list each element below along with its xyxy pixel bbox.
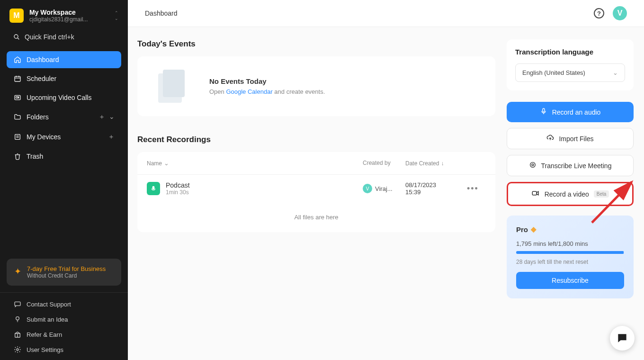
gift-icon	[13, 331, 22, 338]
svg-point-19	[530, 162, 535, 168]
sort-down-icon: ↓	[441, 160, 444, 167]
gear-icon	[13, 346, 22, 353]
sidebar-item-label: Scheduler	[27, 75, 56, 82]
page-title: Dashboard	[145, 9, 178, 17]
sidebar-item-label: Upcoming Video Calls	[27, 94, 91, 101]
beta-badge: Beta	[594, 190, 609, 198]
footer-contact[interactable]: Contact Support	[7, 297, 121, 312]
sidebar-item-upcoming[interactable]: Upcoming Video Calls	[7, 89, 121, 106]
svg-rect-2	[15, 76, 20, 81]
table-footer: All files are here	[137, 202, 495, 232]
main-area: Dashboard ? V Today's Events No Events T…	[128, 0, 644, 360]
footer-settings[interactable]: User Settings	[7, 342, 121, 357]
workspace-email: cjdigitals2831@gmail...	[29, 16, 109, 23]
sidebar-item-label: Folders	[27, 113, 94, 121]
trial-banner[interactable]: ✦ 7-day Free Trial for Business Without …	[7, 259, 121, 286]
footer-idea[interactable]: Submit an Idea	[7, 312, 121, 327]
table-row[interactable]: Podcast 1min 30s V Viraj... 08/17/2023 1…	[137, 175, 495, 202]
transcribe-live-button[interactable]: Transcribe Live Meeting	[507, 155, 634, 176]
sidebar-item-folders[interactable]: Folders ＋ ⌄	[7, 108, 121, 126]
topbar: Dashboard ? V	[128, 0, 644, 27]
svg-rect-11	[15, 302, 20, 306]
devices-icon	[13, 133, 22, 141]
table-header: Name ⌄ Created by Date Created ↓	[137, 152, 495, 175]
live-icon	[529, 161, 537, 170]
crown-icon: ◆	[531, 225, 537, 234]
svg-line-1	[18, 38, 19, 39]
quick-find-button[interactable]: Quick Find ctrl+k	[7, 29, 121, 45]
date-cell: 08/17/2023 15:39	[405, 181, 467, 196]
pro-usage: 1,795 mins left/1,800 mins	[516, 240, 624, 247]
file-duration: 1min 30s	[166, 189, 363, 196]
events-empty-title: No Events Today	[209, 77, 325, 85]
svg-point-15	[17, 349, 18, 351]
workspace-switch-icon[interactable]: ⌃⌄	[115, 10, 118, 21]
row-actions-icon[interactable]: •••	[467, 184, 486, 194]
add-device-icon[interactable]: ＋	[108, 133, 115, 141]
creator-avatar: V	[363, 184, 372, 193]
expand-folders-icon[interactable]: ⌄	[109, 113, 115, 121]
search-icon	[12, 33, 21, 41]
recent-section-title: Recent Recordings	[137, 135, 495, 144]
bulb-icon	[13, 315, 22, 323]
user-avatar[interactable]: V	[613, 6, 627, 20]
column-date[interactable]: Date Created ↓	[405, 160, 467, 167]
workspace-avatar: M	[9, 9, 24, 23]
mic-icon	[540, 108, 547, 117]
svg-rect-7	[16, 97, 18, 98]
import-files-button[interactable]: Import Files	[507, 128, 634, 149]
pro-title: Pro ◆	[516, 225, 624, 234]
workspace-name: My Workspace	[29, 9, 109, 16]
record-audio-button[interactable]: Record an audio	[507, 102, 634, 122]
footer-label: Contact Support	[27, 301, 71, 308]
column-creator[interactable]: Created by	[363, 160, 405, 167]
workspace-header[interactable]: M My Workspace cjdigitals2831@gmail... ⌃…	[0, 0, 128, 29]
sidebar: M My Workspace cjdigitals2831@gmail... ⌃…	[0, 0, 128, 360]
language-select[interactable]: English (United States) ⌄	[515, 63, 625, 82]
sidebar-item-dashboard[interactable]: Dashboard	[7, 51, 121, 68]
svg-point-12	[16, 317, 19, 320]
events-illustration	[149, 65, 196, 108]
record-video-button[interactable]: Record a video Beta	[507, 182, 634, 206]
language-title: Transcription language	[515, 48, 625, 56]
sidebar-item-devices[interactable]: My Devices ＋	[7, 128, 121, 146]
pro-usage-bar	[516, 251, 624, 254]
resubscribe-button[interactable]: Resubscribe	[516, 272, 624, 289]
events-card: No Events Today Open Google Calendar and…	[137, 56, 495, 116]
sparkle-icon: ✦	[14, 266, 21, 279]
column-name[interactable]: Name ⌄	[147, 160, 363, 167]
sidebar-item-trash[interactable]: Trash	[7, 148, 121, 165]
svg-rect-20	[532, 191, 537, 195]
sidebar-item-label: My Devices	[27, 133, 103, 141]
content-area: Today's Events No Events Today Open Goog…	[128, 27, 644, 360]
sidebar-item-scheduler[interactable]: Scheduler	[7, 70, 121, 87]
folder-icon	[13, 113, 22, 121]
pro-card: Pro ◆ 1,795 mins left/1,800 mins 28 days…	[507, 216, 634, 298]
workspace-info: My Workspace cjdigitals2831@gmail...	[29, 9, 109, 23]
events-section-title: Today's Events	[137, 39, 495, 49]
upload-icon	[546, 134, 554, 143]
trash-icon	[13, 153, 22, 160]
events-empty-subtitle: Open Google Calendar and create events.	[209, 88, 325, 95]
svg-point-18	[532, 164, 534, 166]
pro-reset-text: 28 days left till the next reset	[516, 259, 624, 265]
calendar-icon	[13, 75, 22, 82]
trial-subtitle: Without Credit Card	[27, 272, 106, 279]
chevron-down-icon: ⌄	[164, 160, 169, 167]
camera-icon	[531, 189, 540, 199]
svg-rect-16	[543, 108, 545, 112]
recordings-table: Name ⌄ Created by Date Created ↓ P	[137, 152, 495, 232]
sidebar-nav: Dashboard Scheduler Upcoming Video Calls…	[0, 51, 128, 167]
footer-label: User Settings	[27, 346, 63, 353]
help-icon[interactable]: ?	[594, 8, 604, 18]
sidebar-item-label: Dashboard	[27, 56, 59, 63]
chat-widget-icon[interactable]	[610, 326, 635, 351]
sidebar-item-label: Trash	[27, 153, 43, 160]
trial-title: 7-day Free Trial for Business	[27, 265, 106, 272]
creator-name: Viraj...	[375, 185, 393, 192]
google-calendar-link[interactable]: Google Calendar	[226, 88, 272, 95]
chevron-down-icon: ⌄	[613, 69, 618, 76]
add-folder-icon[interactable]: ＋	[98, 113, 105, 121]
footer-refer[interactable]: Refer & Earn	[7, 327, 121, 342]
sidebar-footer: Contact Support Submit an Idea Refer & E…	[0, 292, 128, 360]
